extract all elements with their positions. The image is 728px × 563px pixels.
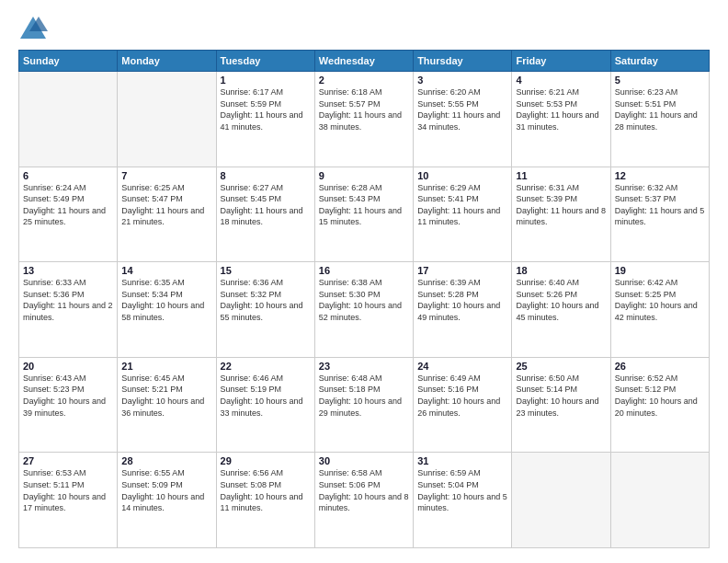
calendar-cell: 24Sunrise: 6:49 AM Sunset: 5:16 PM Dayli…: [414, 357, 512, 453]
page: SundayMondayTuesdayWednesdayThursdayFrid…: [0, 0, 728, 563]
calendar-cell: [19, 72, 118, 167]
calendar-cell: 4Sunrise: 6:21 AM Sunset: 5:53 PM Daylig…: [512, 72, 610, 167]
calendar-cell: 18Sunrise: 6:40 AM Sunset: 5:26 PM Dayli…: [512, 262, 610, 358]
day-number: 13: [23, 265, 113, 276]
calendar-cell: 14Sunrise: 6:35 AM Sunset: 5:34 PM Dayli…: [118, 262, 216, 358]
day-number: 23: [319, 361, 409, 372]
calendar-cell: [610, 453, 709, 548]
day-number: 27: [23, 455, 113, 466]
cell-details: Sunrise: 6:24 AM Sunset: 5:49 PM Dayligh…: [23, 182, 113, 228]
weekday-header: Tuesday: [216, 51, 314, 72]
cell-details: Sunrise: 6:40 AM Sunset: 5:26 PM Dayligh…: [516, 277, 606, 323]
day-number: 2: [319, 75, 409, 86]
header: [18, 15, 710, 40]
day-number: 5: [615, 75, 705, 86]
day-number: 10: [417, 170, 507, 181]
day-number: 7: [121, 170, 211, 181]
calendar-cell: 25Sunrise: 6:50 AM Sunset: 5:14 PM Dayli…: [512, 357, 610, 453]
day-number: 4: [516, 75, 606, 86]
calendar-cell: 19Sunrise: 6:42 AM Sunset: 5:25 PM Dayli…: [610, 262, 709, 358]
calendar-cell: 1Sunrise: 6:17 AM Sunset: 5:59 PM Daylig…: [216, 72, 314, 167]
cell-details: Sunrise: 6:18 AM Sunset: 5:57 PM Dayligh…: [319, 86, 409, 132]
cell-details: Sunrise: 6:38 AM Sunset: 5:30 PM Dayligh…: [319, 277, 409, 323]
cell-details: Sunrise: 6:50 AM Sunset: 5:14 PM Dayligh…: [516, 373, 606, 419]
day-number: 16: [319, 265, 409, 276]
calendar-cell: 20Sunrise: 6:43 AM Sunset: 5:23 PM Dayli…: [19, 357, 118, 453]
day-number: 29: [221, 455, 311, 466]
day-number: 26: [615, 361, 705, 372]
calendar-cell: 31Sunrise: 6:59 AM Sunset: 5:04 PM Dayli…: [414, 453, 512, 548]
day-number: 1: [221, 75, 311, 86]
cell-details: Sunrise: 6:52 AM Sunset: 5:12 PM Dayligh…: [615, 373, 705, 419]
day-number: 20: [23, 361, 113, 372]
cell-details: Sunrise: 6:27 AM Sunset: 5:45 PM Dayligh…: [221, 182, 311, 228]
day-number: 6: [23, 170, 113, 181]
day-number: 15: [221, 265, 311, 276]
calendar-cell: 12Sunrise: 6:32 AM Sunset: 5:37 PM Dayli…: [610, 167, 709, 262]
cell-details: Sunrise: 6:59 AM Sunset: 5:04 PM Dayligh…: [417, 467, 507, 513]
day-number: 3: [417, 75, 507, 86]
weekday-header: Friday: [512, 51, 610, 72]
calendar-cell: 13Sunrise: 6:33 AM Sunset: 5:36 PM Dayli…: [19, 262, 118, 358]
day-number: 24: [417, 361, 507, 372]
weekday-header: Wednesday: [314, 51, 413, 72]
day-number: 12: [615, 170, 705, 181]
calendar-cell: 2Sunrise: 6:18 AM Sunset: 5:57 PM Daylig…: [314, 72, 413, 167]
weekday-header: Monday: [118, 51, 216, 72]
day-number: 25: [516, 361, 606, 372]
cell-details: Sunrise: 6:20 AM Sunset: 5:55 PM Dayligh…: [417, 86, 507, 132]
cell-details: Sunrise: 6:23 AM Sunset: 5:51 PM Dayligh…: [615, 86, 705, 132]
day-number: 8: [221, 170, 311, 181]
cell-details: Sunrise: 6:55 AM Sunset: 5:09 PM Dayligh…: [121, 467, 211, 513]
calendar-cell: 7Sunrise: 6:25 AM Sunset: 5:47 PM Daylig…: [118, 167, 216, 262]
calendar-cell: 10Sunrise: 6:29 AM Sunset: 5:41 PM Dayli…: [414, 167, 512, 262]
cell-details: Sunrise: 6:17 AM Sunset: 5:59 PM Dayligh…: [221, 86, 311, 132]
calendar-week-row: 1Sunrise: 6:17 AM Sunset: 5:59 PM Daylig…: [19, 72, 710, 167]
calendar-header-row: SundayMondayTuesdayWednesdayThursdayFrid…: [19, 51, 710, 72]
cell-details: Sunrise: 6:28 AM Sunset: 5:43 PM Dayligh…: [319, 182, 409, 228]
calendar-cell: 3Sunrise: 6:20 AM Sunset: 5:55 PM Daylig…: [414, 72, 512, 167]
cell-details: Sunrise: 6:35 AM Sunset: 5:34 PM Dayligh…: [121, 277, 211, 323]
calendar-cell: 28Sunrise: 6:55 AM Sunset: 5:09 PM Dayli…: [118, 453, 216, 548]
day-number: 22: [221, 361, 311, 372]
logo-icon: [18, 15, 48, 40]
cell-details: Sunrise: 6:56 AM Sunset: 5:08 PM Dayligh…: [221, 467, 311, 513]
weekday-header: Thursday: [414, 51, 512, 72]
cell-details: Sunrise: 6:43 AM Sunset: 5:23 PM Dayligh…: [23, 373, 113, 419]
calendar-cell: 11Sunrise: 6:31 AM Sunset: 5:39 PM Dayli…: [512, 167, 610, 262]
day-number: 11: [516, 170, 606, 181]
cell-details: Sunrise: 6:32 AM Sunset: 5:37 PM Dayligh…: [615, 182, 705, 228]
weekday-header: Saturday: [610, 51, 709, 72]
day-number: 17: [417, 265, 507, 276]
calendar-cell: 26Sunrise: 6:52 AM Sunset: 5:12 PM Dayli…: [610, 357, 709, 453]
calendar-cell: [512, 453, 610, 548]
calendar-cell: 23Sunrise: 6:48 AM Sunset: 5:18 PM Dayli…: [314, 357, 413, 453]
day-number: 30: [319, 455, 409, 466]
calendar-table: SundayMondayTuesdayWednesdayThursdayFrid…: [18, 50, 710, 548]
cell-details: Sunrise: 6:25 AM Sunset: 5:47 PM Dayligh…: [121, 182, 211, 228]
calendar-week-row: 6Sunrise: 6:24 AM Sunset: 5:49 PM Daylig…: [19, 167, 710, 262]
day-number: 18: [516, 265, 606, 276]
cell-details: Sunrise: 6:53 AM Sunset: 5:11 PM Dayligh…: [23, 467, 113, 513]
cell-details: Sunrise: 6:42 AM Sunset: 5:25 PM Dayligh…: [615, 277, 705, 323]
calendar-cell: 22Sunrise: 6:46 AM Sunset: 5:19 PM Dayli…: [216, 357, 314, 453]
day-number: 9: [319, 170, 409, 181]
calendar-cell: 16Sunrise: 6:38 AM Sunset: 5:30 PM Dayli…: [314, 262, 413, 358]
calendar-cell: 27Sunrise: 6:53 AM Sunset: 5:11 PM Dayli…: [19, 453, 118, 548]
cell-details: Sunrise: 6:48 AM Sunset: 5:18 PM Dayligh…: [319, 373, 409, 419]
calendar-cell: [118, 72, 216, 167]
cell-details: Sunrise: 6:33 AM Sunset: 5:36 PM Dayligh…: [23, 277, 113, 323]
calendar-week-row: 27Sunrise: 6:53 AM Sunset: 5:11 PM Dayli…: [19, 453, 710, 548]
day-number: 19: [615, 265, 705, 276]
cell-details: Sunrise: 6:21 AM Sunset: 5:53 PM Dayligh…: [516, 86, 606, 132]
calendar-cell: 21Sunrise: 6:45 AM Sunset: 5:21 PM Dayli…: [118, 357, 216, 453]
calendar-cell: 8Sunrise: 6:27 AM Sunset: 5:45 PM Daylig…: [216, 167, 314, 262]
cell-details: Sunrise: 6:46 AM Sunset: 5:19 PM Dayligh…: [221, 373, 311, 419]
cell-details: Sunrise: 6:39 AM Sunset: 5:28 PM Dayligh…: [417, 277, 507, 323]
calendar-cell: 5Sunrise: 6:23 AM Sunset: 5:51 PM Daylig…: [610, 72, 709, 167]
cell-details: Sunrise: 6:58 AM Sunset: 5:06 PM Dayligh…: [319, 467, 409, 513]
cell-details: Sunrise: 6:36 AM Sunset: 5:32 PM Dayligh…: [221, 277, 311, 323]
day-number: 31: [417, 455, 507, 466]
cell-details: Sunrise: 6:29 AM Sunset: 5:41 PM Dayligh…: [417, 182, 507, 228]
calendar-cell: 30Sunrise: 6:58 AM Sunset: 5:06 PM Dayli…: [314, 453, 413, 548]
